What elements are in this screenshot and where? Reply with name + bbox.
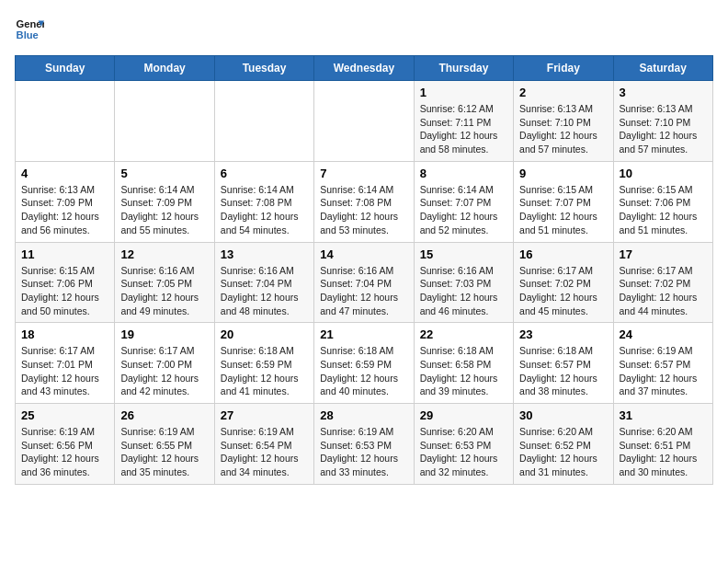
calendar-week-row: 4Sunrise: 6:13 AMSunset: 7:09 PMDaylight… xyxy=(16,161,713,242)
day-info: Sunrise: 6:15 AMSunset: 7:06 PMDaylight:… xyxy=(21,264,109,318)
day-number: 28 xyxy=(320,408,408,422)
day-number: 4 xyxy=(21,167,109,180)
calendar-week-row: 18Sunrise: 6:17 AMSunset: 7:01 PMDayligh… xyxy=(16,323,713,404)
day-number: 16 xyxy=(519,247,608,261)
calendar-header-row: SundayMondayTuesdayWednesdayThursdayFrid… xyxy=(16,56,713,81)
calendar-cell xyxy=(214,81,313,162)
calendar-cell: 4Sunrise: 6:13 AMSunset: 7:09 PMDaylight… xyxy=(16,161,115,242)
day-number: 29 xyxy=(420,408,508,422)
day-info: Sunrise: 6:19 AMSunset: 6:54 PMDaylight:… xyxy=(221,425,309,479)
day-number: 26 xyxy=(120,408,209,422)
day-info: Sunrise: 6:14 AMSunset: 7:08 PMDaylight:… xyxy=(320,183,408,237)
day-info: Sunrise: 6:14 AMSunset: 7:07 PMDaylight:… xyxy=(420,183,508,237)
day-number: 17 xyxy=(620,247,708,261)
calendar-cell: 16Sunrise: 6:17 AMSunset: 7:02 PMDayligh… xyxy=(514,242,613,323)
day-info: Sunrise: 6:13 AMSunset: 7:10 PMDaylight:… xyxy=(620,102,708,156)
calendar-cell: 6Sunrise: 6:14 AMSunset: 7:08 PMDaylight… xyxy=(214,161,313,242)
calendar-cell: 2Sunrise: 6:13 AMSunset: 7:10 PMDaylight… xyxy=(514,81,613,162)
day-number: 27 xyxy=(221,408,309,422)
calendar-cell: 23Sunrise: 6:18 AMSunset: 6:57 PMDayligh… xyxy=(514,323,613,404)
day-number: 25 xyxy=(21,408,109,422)
calendar-cell: 17Sunrise: 6:17 AMSunset: 7:02 PMDayligh… xyxy=(613,242,712,323)
calendar-cell: 18Sunrise: 6:17 AMSunset: 7:01 PMDayligh… xyxy=(16,323,115,404)
calendar-cell: 10Sunrise: 6:15 AMSunset: 7:06 PMDayligh… xyxy=(613,161,712,242)
calendar-cell: 31Sunrise: 6:20 AMSunset: 6:51 PMDayligh… xyxy=(613,404,712,485)
day-info: Sunrise: 6:13 AMSunset: 7:10 PMDaylight:… xyxy=(519,102,608,156)
day-number: 30 xyxy=(519,408,608,422)
day-info: Sunrise: 6:20 AMSunset: 6:53 PMDaylight:… xyxy=(420,425,508,479)
day-info: Sunrise: 6:15 AMSunset: 7:07 PMDaylight:… xyxy=(519,183,608,237)
day-number: 18 xyxy=(21,327,109,341)
calendar-cell: 22Sunrise: 6:18 AMSunset: 6:58 PMDayligh… xyxy=(414,323,513,404)
svg-text:Blue: Blue xyxy=(17,29,39,40)
day-info: Sunrise: 6:15 AMSunset: 7:06 PMDaylight:… xyxy=(620,183,708,237)
day-number: 20 xyxy=(221,327,309,341)
day-info: Sunrise: 6:19 AMSunset: 6:53 PMDaylight:… xyxy=(320,425,408,479)
day-number: 7 xyxy=(320,167,408,180)
column-header-monday: Monday xyxy=(115,56,214,81)
day-info: Sunrise: 6:17 AMSunset: 7:02 PMDaylight:… xyxy=(620,264,708,318)
day-info: Sunrise: 6:18 AMSunset: 6:57 PMDaylight:… xyxy=(519,344,608,398)
calendar-cell: 13Sunrise: 6:16 AMSunset: 7:04 PMDayligh… xyxy=(214,242,313,323)
calendar-cell: 25Sunrise: 6:19 AMSunset: 6:56 PMDayligh… xyxy=(16,404,115,485)
calendar-cell: 11Sunrise: 6:15 AMSunset: 7:06 PMDayligh… xyxy=(16,242,115,323)
day-number: 9 xyxy=(519,167,608,180)
calendar-table: SundayMondayTuesdayWednesdayThursdayFrid… xyxy=(15,55,713,485)
day-info: Sunrise: 6:12 AMSunset: 7:11 PMDaylight:… xyxy=(420,102,508,156)
calendar-cell: 7Sunrise: 6:14 AMSunset: 7:08 PMDaylight… xyxy=(314,161,414,242)
calendar-cell: 15Sunrise: 6:16 AMSunset: 7:03 PMDayligh… xyxy=(414,242,513,323)
day-info: Sunrise: 6:19 AMSunset: 6:57 PMDaylight:… xyxy=(620,344,708,398)
day-number: 11 xyxy=(21,247,109,261)
calendar-cell: 12Sunrise: 6:16 AMSunset: 7:05 PMDayligh… xyxy=(115,242,214,323)
column-header-thursday: Thursday xyxy=(414,56,513,81)
day-info: Sunrise: 6:16 AMSunset: 7:04 PMDaylight:… xyxy=(221,264,309,318)
day-info: Sunrise: 6:18 AMSunset: 6:58 PMDaylight:… xyxy=(420,344,508,398)
calendar-cell: 19Sunrise: 6:17 AMSunset: 7:00 PMDayligh… xyxy=(115,323,214,404)
calendar-cell xyxy=(115,81,214,162)
day-number: 10 xyxy=(620,167,708,180)
day-info: Sunrise: 6:19 AMSunset: 6:56 PMDaylight:… xyxy=(21,425,109,479)
calendar-cell: 27Sunrise: 6:19 AMSunset: 6:54 PMDayligh… xyxy=(214,404,313,485)
day-number: 6 xyxy=(221,167,309,180)
day-number: 21 xyxy=(320,327,408,341)
day-number: 15 xyxy=(420,247,508,261)
calendar-cell: 14Sunrise: 6:16 AMSunset: 7:04 PMDayligh… xyxy=(314,242,414,323)
calendar-cell: 30Sunrise: 6:20 AMSunset: 6:52 PMDayligh… xyxy=(514,404,613,485)
day-info: Sunrise: 6:17 AMSunset: 7:00 PMDaylight:… xyxy=(120,344,209,398)
column-header-saturday: Saturday xyxy=(613,56,712,81)
svg-text:General: General xyxy=(17,18,44,29)
calendar-cell: 20Sunrise: 6:18 AMSunset: 6:59 PMDayligh… xyxy=(214,323,313,404)
calendar-cell: 8Sunrise: 6:14 AMSunset: 7:07 PMDaylight… xyxy=(414,161,513,242)
calendar-cell xyxy=(16,81,115,162)
day-info: Sunrise: 6:19 AMSunset: 6:55 PMDaylight:… xyxy=(120,425,209,479)
day-number: 2 xyxy=(519,86,608,99)
day-number: 22 xyxy=(420,327,508,341)
day-info: Sunrise: 6:20 AMSunset: 6:51 PMDaylight:… xyxy=(620,425,708,479)
calendar-cell: 1Sunrise: 6:12 AMSunset: 7:11 PMDaylight… xyxy=(414,81,513,162)
day-info: Sunrise: 6:13 AMSunset: 7:09 PMDaylight:… xyxy=(21,183,109,237)
day-info: Sunrise: 6:17 AMSunset: 7:02 PMDaylight:… xyxy=(519,264,608,318)
calendar-cell: 24Sunrise: 6:19 AMSunset: 6:57 PMDayligh… xyxy=(613,323,712,404)
logo: General Blue xyxy=(15,15,48,44)
calendar-cell: 5Sunrise: 6:14 AMSunset: 7:09 PMDaylight… xyxy=(115,161,214,242)
day-info: Sunrise: 6:14 AMSunset: 7:08 PMDaylight:… xyxy=(221,183,309,237)
column-header-friday: Friday xyxy=(514,56,613,81)
column-header-tuesday: Tuesday xyxy=(214,56,313,81)
day-number: 3 xyxy=(620,86,708,99)
column-header-wednesday: Wednesday xyxy=(314,56,414,81)
day-info: Sunrise: 6:16 AMSunset: 7:05 PMDaylight:… xyxy=(120,264,209,318)
day-number: 23 xyxy=(519,327,608,341)
day-info: Sunrise: 6:16 AMSunset: 7:04 PMDaylight:… xyxy=(320,264,408,318)
calendar-week-row: 11Sunrise: 6:15 AMSunset: 7:06 PMDayligh… xyxy=(16,242,713,323)
calendar-cell xyxy=(314,81,414,162)
calendar-cell: 9Sunrise: 6:15 AMSunset: 7:07 PMDaylight… xyxy=(514,161,613,242)
column-header-sunday: Sunday xyxy=(16,56,115,81)
day-number: 1 xyxy=(420,86,508,99)
day-info: Sunrise: 6:14 AMSunset: 7:09 PMDaylight:… xyxy=(120,183,209,237)
day-number: 31 xyxy=(620,408,708,422)
day-number: 13 xyxy=(221,247,309,261)
logo-icon: General Blue xyxy=(15,15,44,44)
calendar-cell: 29Sunrise: 6:20 AMSunset: 6:53 PMDayligh… xyxy=(414,404,513,485)
page-header: General Blue xyxy=(15,15,713,44)
day-info: Sunrise: 6:18 AMSunset: 6:59 PMDaylight:… xyxy=(320,344,408,398)
